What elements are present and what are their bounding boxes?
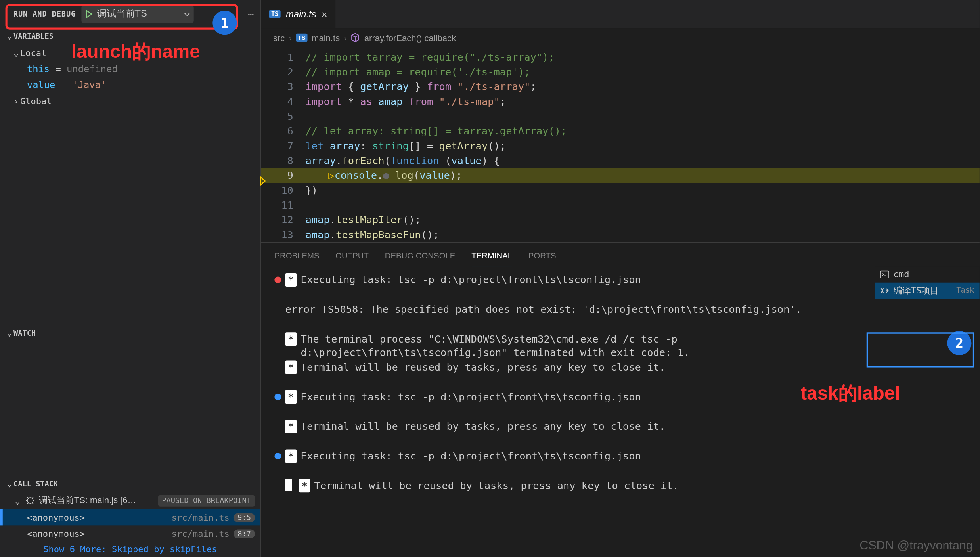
stack-frame[interactable]: <anonymous> src/main.ts 8:7: [0, 525, 260, 542]
code-editor[interactable]: 1// import tarray = require("./ts-array"…: [261, 47, 979, 242]
pause-state: PAUSED ON BREAKPOINT: [158, 495, 255, 506]
terminal-line: [274, 318, 966, 331]
code-line[interactable]: 13amap.testMapBaseFun();: [261, 228, 979, 242]
typescript-icon: TS: [269, 10, 281, 18]
more-icon[interactable]: ⋯: [248, 9, 256, 19]
watch-section[interactable]: ⌄ WATCH: [0, 325, 260, 341]
tab-main-ts[interactable]: TS main.ts ✕: [261, 0, 336, 28]
chevron-down-icon: ⌄: [6, 32, 13, 41]
tools-icon: [880, 286, 890, 295]
code-line[interactable]: 3import { getArray } from "./ts-array";: [261, 79, 979, 94]
terminal-line: *Terminal will be reused by tasks, press…: [274, 479, 966, 492]
run-debug-title: RUN AND DEBUG: [4, 10, 76, 19]
panel-tab-ports[interactable]: PORTS: [528, 248, 556, 266]
terminal-line: [274, 405, 966, 419]
chevron-down-icon: ⌄: [6, 479, 13, 488]
debug-config-selector[interactable]: 调试当前TS: [81, 6, 194, 23]
annotation-badge-2: 2: [947, 331, 971, 355]
code-line[interactable]: 7let array: string[] = getArray();: [261, 139, 979, 153]
code-line[interactable]: 4import * as amap from "./ts-map";: [261, 94, 979, 109]
code-line[interactable]: 9 ▷console.● log(value);: [261, 168, 979, 183]
chevron-down-icon: ⌄: [6, 329, 13, 337]
code-line[interactable]: 2// import amap = require('./ts-map');: [261, 65, 979, 79]
cmd-icon: [880, 270, 890, 279]
stack-frame[interactable]: <anonymous> src/main.ts 9:5: [0, 509, 260, 526]
breadcrumb[interactable]: src › TS main.ts › array.forEach() callb…: [261, 28, 979, 47]
play-icon: [84, 10, 93, 19]
terminal-line: *The terminal process "C:\WINDOWS\System…: [274, 332, 966, 359]
close-icon[interactable]: ✕: [322, 9, 327, 19]
code-line[interactable]: 5: [261, 109, 979, 124]
terminal-line: [274, 464, 966, 478]
typescript-icon: TS: [296, 34, 308, 42]
chevron-down-icon: [183, 10, 191, 18]
terminal-line: [274, 434, 966, 448]
annotation-text-1: launch的name: [71, 39, 200, 64]
chevron-down-icon: ⌄: [12, 48, 20, 57]
show-more-frames[interactable]: Show 6 More: Skipped by skipFiles: [0, 542, 260, 557]
terminal-line: *Terminal will be reused by tasks, press…: [274, 361, 966, 374]
chevron-right-icon: ›: [12, 96, 20, 106]
variable-row[interactable]: value = 'Java': [0, 77, 260, 93]
terminal-line: *Terminal will be reused by tasks, press…: [274, 420, 966, 433]
scope-global[interactable]: › Global: [0, 93, 260, 109]
annotation-text-2: task的label: [800, 381, 900, 406]
code-line[interactable]: 10}): [261, 183, 979, 198]
editor-tabs: TS main.ts ✕: [261, 0, 979, 28]
panel-tab-debug-console[interactable]: DEBUG CONSOLE: [385, 248, 456, 266]
terminal-instance[interactable]: cmd: [875, 266, 980, 283]
terminal-line: [274, 288, 966, 301]
watch-title: WATCH: [13, 329, 36, 337]
panel-tab-output[interactable]: OUTPUT: [335, 248, 369, 266]
terminal-list: cmd编译TS项目Task: [875, 266, 980, 299]
config-name: 调试当前TS: [97, 8, 147, 20]
code-line[interactable]: 12amap.testMapIter();: [261, 212, 979, 227]
svg-rect-1: [880, 271, 889, 278]
terminal-line: error TS5058: The specified path does no…: [274, 303, 966, 316]
code-line[interactable]: 1// import tarray = require("./ts-array"…: [261, 50, 979, 65]
bug-icon: [25, 496, 35, 505]
panel-tab-terminal[interactable]: TERMINAL: [471, 248, 512, 266]
panel-tabs: PROBLEMSOUTPUTDEBUG CONSOLETERMINALPORTS: [261, 243, 979, 266]
panel-tab-problems[interactable]: PROBLEMS: [274, 248, 319, 266]
variables-title: VARIABLES: [13, 32, 54, 41]
code-line[interactable]: 11: [261, 198, 979, 212]
svg-point-0: [27, 498, 33, 503]
chevron-down-icon: ⌄: [13, 496, 21, 505]
callstack-thread[interactable]: ⌄ 调试当前TS: main.js [6… PAUSED ON BREAKPOI…: [0, 492, 260, 509]
callstack-title: CALL STACK: [13, 479, 58, 488]
callstack-section[interactable]: ⌄ CALL STACK: [0, 476, 260, 492]
code-line[interactable]: 6// let array: string[] = tarray.getArra…: [261, 124, 979, 138]
terminal-line: *Executing task: tsc -p d:\project\front…: [274, 450, 966, 463]
terminal-instance[interactable]: 编译TS项目Task: [875, 283, 980, 299]
annotation-badge-1: 1: [212, 11, 237, 35]
watermark: CSDN @trayvontang: [859, 539, 973, 553]
method-icon: [351, 33, 360, 42]
code-line[interactable]: 8array.forEach(function (value) {: [261, 153, 979, 168]
terminal-line: *Executing task: tsc -p d:\project\front…: [274, 273, 966, 287]
